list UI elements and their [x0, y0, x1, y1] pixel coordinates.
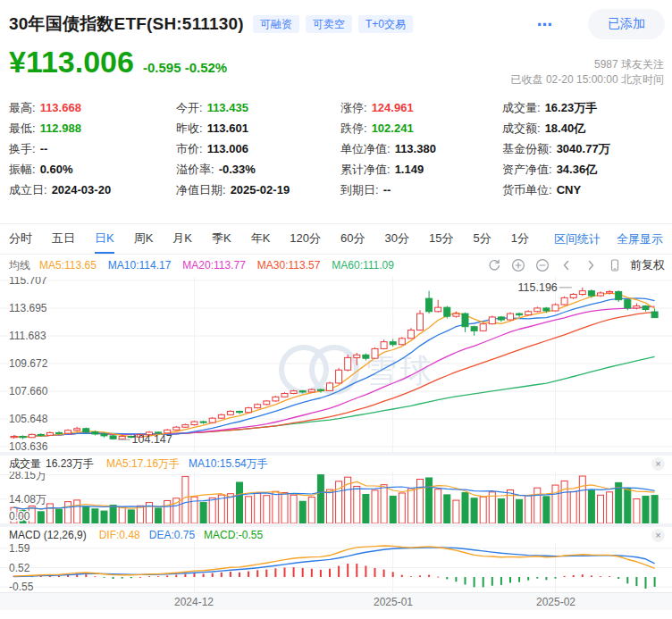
stats-column: 成交量:16.23万手成交额:18.40亿基金份额:3040.77万资产净值:3…	[502, 97, 663, 200]
stat-label: 最低:	[9, 121, 36, 137]
stat-label: 最高:	[9, 100, 36, 116]
tab-15分[interactable]: 15分	[429, 224, 453, 254]
stat-row: 累计净值:1.149	[340, 159, 502, 180]
timeframe-tabbar: 分时五日日K周K月K季K年K120分60分30分15分5分1分区间统计全屏显示	[0, 223, 672, 255]
adjust-mode-select[interactable]: 前复权	[630, 257, 665, 273]
tab-分时[interactable]: 分时	[9, 224, 32, 254]
stat-value: 0.60%	[40, 163, 73, 176]
tab-周K[interactable]: 周K	[134, 224, 154, 254]
stat-row: 货币单位:CNY	[502, 180, 663, 200]
tab-1分[interactable]: 1分	[511, 224, 529, 254]
stat-value: 113.668	[40, 101, 81, 114]
link-全屏显示[interactable]: 全屏显示	[617, 224, 663, 254]
x-axis: 2024-12 2025-01 2025-02	[0, 592, 672, 610]
stat-value: 113.601	[207, 121, 248, 135]
feature-badge: 可卖空	[306, 15, 352, 33]
stat-value: 113.380	[395, 142, 436, 155]
chart-toolbar	[486, 257, 623, 273]
page-title: 30年国债指数ETF(SH:511130)	[9, 13, 244, 36]
stat-value: -0.33%	[219, 163, 256, 176]
stat-label: 溢价率:	[176, 162, 214, 178]
stat-row: 净值日期:2025-02-19	[176, 180, 340, 200]
ma-legend-bar: 均线 MA5:113.65MA10:114.17MA20:113.77MA30:…	[9, 254, 665, 277]
pane-divider[interactable]	[0, 523, 672, 527]
stat-row: 昨收:113.601	[176, 118, 340, 138]
stat-label: 昨收:	[176, 121, 203, 137]
feature-badge: T+0交易	[358, 15, 413, 33]
svg-text:28.15万: 28.15万	[9, 472, 46, 481]
undo-icon[interactable]	[486, 257, 502, 273]
zoom-in-icon[interactable]	[510, 257, 526, 273]
stat-value: 16.23万手	[545, 100, 598, 116]
tab-30分[interactable]: 30分	[385, 224, 409, 254]
link-区间统计[interactable]: 区间统计	[554, 224, 601, 254]
stat-label: 单位净值:	[340, 141, 391, 157]
stat-value: --	[383, 183, 391, 197]
volume-current: 16.23万手	[46, 456, 94, 472]
stat-label: 净值日期:	[176, 182, 226, 198]
macd-chart[interactable]: 1.590.52-0.55	[0, 542, 672, 592]
stat-value: 2024-03-20	[52, 183, 112, 197]
stat-value: CNY	[557, 183, 581, 197]
ma-legend-item: MA10:114.17	[108, 259, 172, 272]
close-icon[interactable]: ×	[651, 457, 665, 471]
pan-right-icon[interactable]	[583, 257, 599, 273]
stats-column: 最高:113.668最低:112.988换手:--振幅:0.60%成立日:202…	[9, 97, 176, 200]
badge-list: 可融资可卖空T+0交易	[253, 15, 413, 33]
ma-legend-item: MA60:111.09	[332, 259, 394, 272]
stat-label: 市价:	[176, 141, 203, 157]
tab-年K[interactable]: 年K	[251, 224, 271, 254]
macd-dea: DEA:0.75	[149, 529, 195, 541]
macd-title: MACD (12,26,9)	[9, 529, 87, 541]
svg-text:105.648: 105.648	[9, 413, 48, 425]
added-to-watchlist-button[interactable]: 已添加	[588, 9, 665, 39]
svg-text:0.00: 0.00	[9, 510, 30, 523]
stat-row: 成交额:18.40亿	[502, 118, 663, 138]
more-options-icon[interactable]: ⋯	[537, 15, 554, 34]
stock-detail-page: 30年国债指数ETF(SH:511130) 可融资可卖空T+0交易 ⋯ 已添加 …	[0, 0, 672, 619]
header: 30年国债指数ETF(SH:511130) 可融资可卖空T+0交易 ⋯ 已添加	[9, 9, 665, 39]
ma-legend-label: 均线	[9, 258, 30, 273]
svg-text:0.52: 0.52	[9, 562, 30, 574]
tabbar-links: 区间统计全屏显示	[554, 224, 663, 254]
main-candlestick-chart[interactable]: 雪球115.707113.695111.683109.672107.660105…	[0, 277, 672, 452]
tab-60分[interactable]: 60分	[340, 224, 365, 254]
tab-120分[interactable]: 120分	[290, 224, 321, 254]
zoom-out-icon[interactable]	[534, 257, 550, 273]
tab-5分[interactable]: 5分	[473, 224, 491, 254]
close-icon[interactable]: ×	[651, 529, 665, 542]
screenshot-icon[interactable]	[607, 257, 623, 273]
stat-row: 资产净值:34.36亿	[502, 159, 663, 180]
pan-left-icon[interactable]	[559, 257, 575, 273]
tab-季K[interactable]: 季K	[212, 224, 231, 254]
stat-value: 2025-02-19	[231, 183, 290, 197]
stats-grid: 最高:113.668最低:112.988换手:--振幅:0.60%成立日:202…	[9, 97, 672, 200]
stat-row: 跌停:102.241	[340, 118, 502, 138]
stat-row: 成交量:16.23万手	[502, 97, 663, 118]
tab-日K[interactable]: 日K	[95, 224, 114, 254]
stat-value: 18.40亿	[545, 121, 586, 137]
svg-text:115.707: 115.707	[9, 277, 47, 287]
x-tick: 2025-02	[536, 596, 575, 608]
ma-legend-items: MA5:113.65MA10:114.17MA20:113.77MA30:113…	[39, 259, 406, 272]
svg-text:1.59: 1.59	[9, 542, 30, 555]
svg-text:111.683: 111.683	[9, 330, 46, 342]
macd-dif: DIF:0.48	[99, 529, 140, 541]
stat-label: 成交量:	[502, 100, 541, 116]
x-tick: 2024-12	[174, 596, 214, 608]
stat-label: 资产净值:	[502, 162, 552, 178]
stat-row: 基金份额:3040.77万	[502, 138, 663, 159]
pane-divider[interactable]	[0, 452, 672, 456]
stat-value: 113.006	[207, 142, 248, 155]
ma-legend-item: MA30:113.57	[257, 259, 321, 272]
chart-stack: 雪球115.707113.695111.683109.672107.660105…	[0, 277, 672, 619]
stat-value: 3040.77万	[557, 141, 610, 157]
volume-chart[interactable]: 28.15万14.08万0.00	[0, 472, 672, 523]
stat-value: 1.149	[395, 163, 424, 176]
macd-pane-header: MACD (12,26,9) DIF:0.48 DEA:0.75 MACD:-0…	[9, 528, 665, 542]
svg-text:-0.55: -0.55	[9, 581, 34, 592]
stat-label: 涨停:	[340, 100, 367, 116]
tab-月K[interactable]: 月K	[172, 224, 192, 254]
tab-五日[interactable]: 五日	[52, 224, 75, 254]
market-status: 已收盘 02-20 15:00:00 北京时间	[511, 72, 664, 88]
